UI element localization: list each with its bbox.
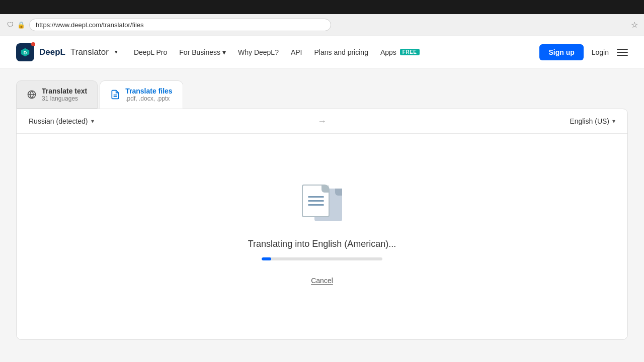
tab-text-translate-files: Translate files .pdf, .docx, .pptx (125, 87, 172, 102)
nav-item-plans-pricing[interactable]: Plans and pricing (314, 48, 368, 56)
logo-brand-text: DeepL (39, 47, 65, 57)
tabs-row: Translate text 31 languages Translate fi… (16, 80, 628, 109)
hamburger-menu-button[interactable] (617, 49, 628, 56)
lock-icon: 🔒 (17, 21, 25, 29)
translation-progress-fill (262, 257, 271, 260)
tab-translate-files[interactable]: Translate files .pdf, .docx, .pptx (100, 80, 183, 109)
page-wrapper: D DeepL Translator ▾ DeepL Pro For Busin… (0, 36, 644, 362)
nav-item-api[interactable]: API (291, 48, 302, 56)
source-language-chevron-icon: ▾ (91, 118, 94, 125)
language-bar: Russian (detected) ▾ → English (US) ▾ (17, 109, 627, 134)
nav-item-deepl-pro[interactable]: DeepL Pro (134, 48, 167, 56)
source-language-text: Russian (detected) (29, 117, 88, 125)
logo-chevron-icon[interactable]: ▾ (115, 49, 118, 55)
translation-body: Translating into English (American)... C… (17, 134, 627, 325)
address-bar[interactable]: https://www.deepl.com/translator/files (29, 19, 331, 31)
file-icon-front (302, 185, 330, 217)
url-text: https://www.deepl.com/translator/files (36, 21, 144, 29)
apps-free-badge: FREE (400, 49, 420, 55)
hamburger-line-2 (617, 52, 628, 53)
cancel-button[interactable]: Cancel (311, 277, 333, 285)
language-arrow-icon: → (317, 116, 327, 127)
tab-label-translate-text: Translate text (42, 87, 87, 95)
logo-icon: D (16, 43, 34, 61)
site-header: D DeepL Translator ▾ DeepL Pro For Busin… (0, 36, 644, 68)
for-business-chevron-icon: ▾ (222, 48, 226, 56)
target-language-text: English (US) (570, 117, 609, 125)
nav-item-for-business[interactable]: For Business ▾ (179, 48, 226, 56)
file-line-3 (308, 204, 324, 206)
translating-file-icon (302, 185, 342, 225)
target-language-selector[interactable]: English (US) ▾ (570, 117, 615, 125)
globe-icon (27, 89, 37, 100)
nav-item-apps[interactable]: Apps FREE (380, 48, 420, 56)
svg-text:D: D (24, 50, 27, 55)
tab-sublabel-translate-files: .pdf, .docx, .pptx (125, 95, 172, 102)
browser-nav-bar: 🛡 🔒 https://www.deepl.com/translator/fil… (0, 14, 644, 36)
nav-item-why-deepl[interactable]: Why DeepL? (238, 48, 279, 56)
tab-translate-text[interactable]: Translate text 31 languages (16, 80, 98, 109)
source-language-selector[interactable]: Russian (detected) ▾ (29, 117, 94, 125)
login-button[interactable]: Login (592, 48, 609, 56)
file-line-1 (308, 196, 324, 198)
tab-label-translate-files: Translate files (125, 87, 172, 95)
target-language-chevron-icon: ▾ (612, 118, 615, 125)
logo-area[interactable]: D DeepL Translator ▾ (16, 43, 118, 61)
header-left: D DeepL Translator ▾ DeepL Pro For Busin… (16, 43, 420, 61)
header-right: Sign up Login (539, 44, 628, 60)
security-icon: 🛡 (6, 21, 14, 29)
tab-text-translate-text: Translate text 31 languages (42, 87, 87, 102)
tab-sublabel-translate-text: 31 languages (42, 95, 87, 102)
main-nav: DeepL Pro For Business ▾ Why DeepL? API … (134, 48, 420, 56)
translation-panel: Russian (detected) ▾ → English (US) ▾ (16, 109, 628, 340)
browser-nav-icons: 🛡 🔒 (6, 21, 25, 29)
file-icon (110, 89, 120, 100)
translating-status-text: Translating into English (American)... (248, 239, 396, 249)
hamburger-line-1 (617, 49, 628, 50)
signup-button[interactable]: Sign up (539, 44, 583, 60)
content-area: Translate text 31 languages Translate fi… (0, 68, 644, 352)
notification-dot (31, 42, 35, 46)
file-line-2 (308, 200, 324, 202)
browser-top-bar (0, 0, 644, 14)
hamburger-line-3 (617, 55, 628, 56)
logo-product-text: Translator (70, 47, 109, 57)
bookmark-icon[interactable]: ☆ (631, 20, 638, 30)
translation-progress-bar (262, 257, 382, 260)
